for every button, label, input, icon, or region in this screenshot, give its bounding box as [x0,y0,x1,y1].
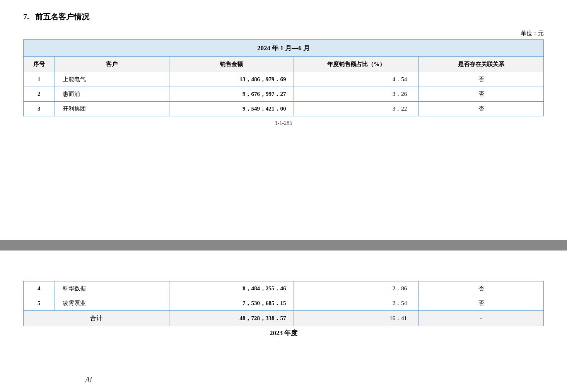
serial-1: 1 [24,72,55,87]
total-related: - [419,311,544,326]
ratio-5: 2．54 [294,296,419,311]
customer-1: 上能电气 [55,72,169,87]
ratio-1: 4．54 [294,72,419,87]
customer-5: 凌霄泵业 [55,296,169,311]
table-row: 3 开利集团 9，549，421．00 3．22 否 [24,102,544,116]
section-heading: 前五名客户情况 [35,12,89,22]
total-ratio: 16．41 [294,311,419,326]
serial-4: 4 [24,281,55,296]
unit-label: 单位：元 [23,30,544,37]
table-row: 1 上能电气 13，486，979．69 4．54 否 [24,72,544,87]
ratio-2: 3．26 [294,87,419,102]
col-sales: 销售金额 [169,57,294,72]
serial-3: 3 [24,102,55,116]
main-header-row: 2024 年 1 月—6 月 [24,40,544,57]
sales-2: 9，676，997．27 [169,87,294,102]
table-row: 5 凌霄泵业 7，530，685．15 2．54 否 [24,296,544,311]
customer-2: 惠而浦 [55,87,169,102]
related-1: 否 [419,72,544,87]
customer-3: 开利集团 [55,102,169,116]
ratio-3: 3．22 [294,102,419,116]
col-related: 是否存在关联关系 [419,57,544,72]
serial-2: 2 [24,87,55,102]
period-header: 2024 年 1 月—6 月 [24,40,544,57]
ai-badge: Ai [85,375,92,384]
total-label: 合计 [24,311,169,326]
col-ratio: 年度销售额占比（%） [294,57,419,72]
ratio-4: 2．86 [294,281,419,296]
section-number: 7. [23,12,29,21]
sales-1: 13，486，979．69 [169,72,294,87]
sub-header-row: 序号 客户 销售金额 年度销售额占比（%） 是否存在关联关系 [24,57,544,72]
related-3: 否 [419,102,544,116]
section-title: 7. 前五名客户情况 [23,12,544,22]
table-row: 2 惠而浦 9，676，997．27 3．26 否 [24,87,544,102]
customer-4: 科华数据 [55,281,169,296]
customers-table-top: 2024 年 1 月—6 月 序号 客户 销售金额 年度销售额占比（%） 是否存… [23,39,544,116]
col-serial: 序号 [24,57,55,72]
total-sales: 48，728，338．57 [169,311,294,326]
customers-table-bottom: 4 科华数据 8，484，255．46 2．86 否 5 凌霄泵业 7，530，… [23,281,544,326]
related-5: 否 [419,296,544,311]
sales-4: 8，484，255．46 [169,281,294,296]
page-indicator: 1-1-285 [23,120,544,126]
col-customer: 客户 [55,57,169,72]
next-period-label: 2023 年度 [23,326,544,340]
related-4: 否 [419,281,544,296]
table-row: 4 科华数据 8，484，255．46 2．86 否 [24,281,544,296]
related-2: 否 [419,87,544,102]
total-row: 合计 48，728，338．57 16．41 - [24,311,544,326]
serial-5: 5 [24,296,55,311]
sales-3: 9，549，421．00 [169,102,294,116]
sales-5: 7，530，685．15 [169,296,294,311]
